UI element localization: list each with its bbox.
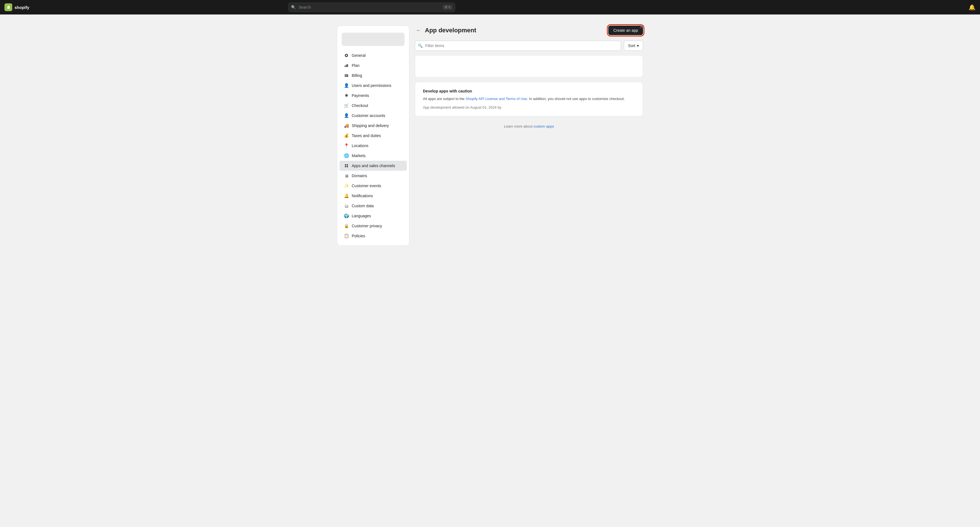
notification-bell[interactable]: 🔔	[969, 4, 975, 11]
locations-label: Locations	[352, 144, 368, 148]
sort-chevron-icon: ▾	[637, 43, 639, 48]
apps-sales-channels-label: Apps and sales channels	[352, 163, 395, 168]
sidebar-item-customer-accounts[interactable]: 👤Customer accounts	[339, 110, 407, 121]
filter-search-icon: 🔍	[418, 43, 423, 48]
customer-events-icon: ✨	[344, 183, 349, 188]
caution-meta: App development allowed on August 01, 20…	[423, 105, 635, 109]
close-button[interactable]: ✕	[636, 23, 646, 30]
customer-events-label: Customer events	[352, 184, 381, 188]
page-title: App development	[425, 27, 476, 34]
settings-sidebar: GeneralPlanBilling👤Users and permissions…	[337, 26, 409, 246]
search-shortcut: ⌘ K	[443, 5, 452, 10]
global-search[interactable]: 🔍 ⌘ K	[288, 3, 455, 12]
languages-icon: 🌍	[344, 213, 349, 218]
sidebar-item-customer-privacy[interactable]: 🔒Customer privacy	[339, 221, 407, 231]
learn-more-text: Learn more about	[504, 124, 533, 128]
customer-privacy-icon: 🔒	[344, 224, 349, 228]
customer-privacy-label: Customer privacy	[352, 224, 382, 228]
sidebar-item-notifications[interactable]: 🔔Notifications	[339, 191, 407, 201]
sidebar-item-general[interactable]: General	[339, 50, 407, 61]
sidebar-item-locations[interactable]: 📍Locations	[339, 141, 407, 151]
search-icon: 🔍	[291, 5, 296, 10]
sidebar-item-shipping-delivery[interactable]: 🚚Shipping and delivery	[339, 121, 407, 131]
sidebar-item-taxes-duties[interactable]: 💰Taxes and duties	[339, 131, 407, 141]
filter-row: 🔍 Sort ▾	[415, 41, 643, 51]
panel-header: ← App development Create an app	[415, 26, 643, 35]
billing-icon	[344, 73, 349, 78]
users-permissions-label: Users and permissions	[352, 83, 391, 88]
general-icon	[344, 53, 349, 58]
markets-icon: 🌐	[344, 153, 349, 158]
shopify-logo-text: shopify	[14, 5, 29, 10]
taxes-duties-icon: 💰	[344, 133, 349, 138]
panel-title-area: ← App development	[415, 26, 476, 35]
shipping-delivery-label: Shipping and delivery	[352, 123, 389, 128]
sidebar-item-customer-events[interactable]: ✨Customer events	[339, 181, 407, 191]
sidebar-item-markets[interactable]: 🌐Markets	[339, 151, 407, 161]
users-permissions-icon: 👤	[344, 83, 349, 88]
apps-sales-channels-icon	[344, 163, 349, 168]
policies-label: Policies	[352, 234, 365, 238]
sidebar-item-apps-sales-channels[interactable]: Apps and sales channels	[339, 161, 407, 171]
sidebar-item-users-permissions[interactable]: 👤Users and permissions	[339, 80, 407, 91]
domains-icon: 🖥	[344, 173, 349, 178]
checkout-label: Checkout	[352, 103, 368, 108]
custom-apps-link[interactable]: custom apps	[533, 124, 554, 128]
sidebar-item-billing[interactable]: Billing	[339, 70, 407, 80]
policies-icon: 📋	[344, 233, 349, 238]
top-navigation: shopify 🔍 ⌘ K 🔔	[0, 0, 980, 14]
sidebar-item-payments[interactable]: ✱Payments	[339, 91, 407, 101]
sidebar-item-languages[interactable]: 🌍Languages	[339, 211, 407, 221]
custom-data-label: Custom data	[352, 204, 374, 208]
notifications-label: Notifications	[352, 193, 373, 198]
billing-label: Billing	[352, 73, 362, 78]
main-panel: ← App development Create an app 🔍 Sort ▾	[415, 26, 643, 516]
checkout-icon: 🛒	[344, 103, 349, 108]
sidebar-item-policies[interactable]: 📋Policies	[339, 231, 407, 241]
modal-container: GeneralPlanBilling👤Users and permissions…	[337, 26, 643, 516]
sidebar-item-domains[interactable]: 🖥Domains	[339, 171, 407, 181]
sidebar-item-custom-data[interactable]: 🗂Custom data	[339, 201, 407, 211]
sidebar-item-checkout[interactable]: 🛒Checkout	[339, 101, 407, 110]
markets-label: Markets	[352, 153, 366, 158]
taxes-duties-label: Taxes and duties	[352, 133, 381, 138]
caution-card: Develop apps with caution All apps are s…	[415, 82, 643, 117]
shopify-logo: shopify	[5, 3, 29, 11]
plan-icon	[344, 63, 349, 68]
customer-accounts-icon: 👤	[344, 113, 349, 118]
domains-label: Domains	[352, 174, 367, 178]
notifications-icon: 🔔	[344, 193, 349, 198]
caution-text-before-link: All apps are subject to the	[423, 97, 466, 101]
languages-label: Languages	[352, 214, 371, 218]
sidebar-avatar	[342, 33, 404, 46]
main-content: GeneralPlanBilling👤Users and permissions…	[0, 14, 980, 527]
sort-button[interactable]: Sort ▾	[624, 41, 643, 51]
caution-title: Develop apps with caution	[423, 89, 635, 93]
filter-input-wrapper: 🔍	[415, 41, 621, 51]
learn-more-section: Learn more about custom apps	[415, 121, 643, 132]
back-button[interactable]: ←	[415, 26, 422, 35]
shipping-delivery-icon: 🚚	[344, 123, 349, 128]
caution-text: All apps are subject to the Shopify API …	[423, 96, 635, 102]
payments-label: Payments	[352, 93, 369, 98]
customer-accounts-label: Customer accounts	[352, 113, 385, 118]
empty-apps-card	[415, 55, 643, 77]
locations-icon: 📍	[344, 143, 349, 148]
custom-data-icon: 🗂	[344, 203, 349, 208]
caution-text-after-link: . In addition, you should not use apps t…	[527, 97, 625, 101]
sidebar-item-plan[interactable]: Plan	[339, 61, 407, 70]
plan-label: Plan	[352, 63, 360, 68]
search-input[interactable]	[288, 3, 455, 12]
general-label: General	[352, 53, 366, 57]
sort-label: Sort	[628, 43, 635, 48]
shopify-bag-icon	[5, 3, 12, 11]
shopify-api-license-link[interactable]: Shopify API License and Terms of Use	[466, 97, 527, 101]
filter-input[interactable]	[415, 41, 621, 51]
payments-icon: ✱	[344, 93, 349, 98]
